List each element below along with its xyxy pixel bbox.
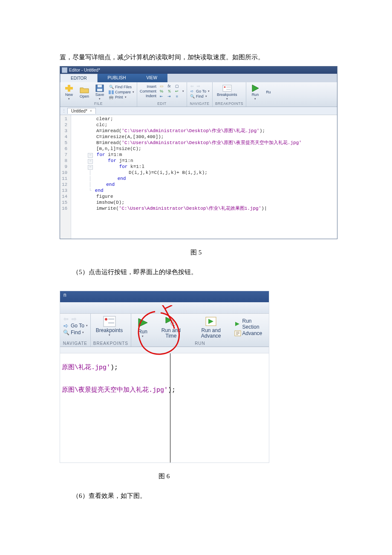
breakpoints-button[interactable]: Breakpoints ▾ [215,84,239,101]
svg-rect-5 [109,90,111,94]
line-gutter: 1 2 3 4 5 6 7 8 9 10 11 12 13 14 15 16 [60,115,71,239]
fig6-filebar [60,347,269,353]
svg-marker-14 [252,85,259,92]
svg-rect-13 [226,89,231,90]
magnifier-icon: 🔍 [190,94,195,99]
percent-icon[interactable]: % [159,89,164,94]
indent-row[interactable]: Indent [146,94,156,98]
fwd-icon: ⇨ [71,315,78,322]
goto-button[interactable]: ➪ Go To ▾ [190,89,210,94]
svg-rect-15 [104,316,115,327]
tab-publish[interactable]: PUBLISH [98,74,136,82]
matlab-editor-screenshot: Editor - Untitled* EDITOR PUBLISH VIEW N… [60,66,337,239]
play-icon [136,317,149,329]
find-files-button[interactable]: 🔍 Find Files [109,85,134,90]
chevron-down-icon: ▾ [254,97,256,101]
editor-title: Editor - Untitled* [69,68,100,72]
wrap-icon[interactable]: ↩ [174,89,179,94]
back-icon: ⇦ [190,84,195,89]
play-section-icon [234,321,241,327]
close-icon[interactable]: × [90,109,92,113]
nav-arrows[interactable]: ⇦ ⇨ [190,84,210,89]
run-button[interactable]: Run ▾ [249,84,262,101]
new-button[interactable]: New ▾ [63,84,75,101]
edit-icons-col2: fx ％ ⇥ [167,84,172,99]
text-cursor [170,353,170,462]
breakpoints-icon [222,84,232,92]
file-tab[interactable]: Untitled* × [67,108,96,114]
group-run: Run ▾ Ru [246,82,275,107]
section-icon[interactable]: ▭ [159,84,164,89]
edit-icons-col1: ▭ % ⇤ [159,84,164,99]
compare-button[interactable]: Compare ▾ [109,90,134,95]
editor-titlebar: Editor - Untitled* [60,66,337,74]
open-button[interactable]: Open [78,86,91,98]
svg-rect-10 [223,85,231,91]
dropdown-icon[interactable]: ⋮ [62,108,66,113]
svg-marker-26 [235,322,239,326]
chevron-down-icon[interactable]: ▾ [182,90,184,93]
run-button-cut[interactable]: Ru [264,90,273,94]
goto-icon: ➪ [190,89,195,94]
chevron-down-icon: ▾ [109,333,110,337]
page-icon[interactable]: ▢ [174,84,179,89]
run-and-time-button[interactable]: Run and Time [154,315,188,339]
tab-editor[interactable]: EDITOR [60,74,98,82]
fx-icon[interactable]: fx [167,84,172,89]
fig6-code-area[interactable]: 原图\礼花.jpg'); 原图\夜景提亮天空中加入礼花.jpg'); [60,353,269,462]
uncomment-icon[interactable]: ％ [167,89,172,94]
group-label-run: RUN [134,340,266,346]
find-button[interactable]: 🔍 Find ▾ [63,329,88,335]
chevron-down-icon: ▾ [205,95,207,98]
indent-left-icon[interactable]: ⇤ [159,94,164,99]
figure6-caption: 图 6 [60,472,268,480]
group-label-navigate: NAVIGATE [63,340,88,346]
code-area[interactable]: 1 2 3 4 5 6 7 8 9 10 11 12 13 14 15 16 c… [60,115,337,239]
fig6-group-navigate: ⇦ ⇨ ➪ Go To ▾ 🔍 Find ▾ [60,314,91,347]
magnifier-icon: 🔍 [63,329,69,335]
disk-icon [95,84,104,92]
fwd-icon: ⇨ [196,84,201,89]
chevron-down-icon: ▾ [142,335,144,338]
save-button[interactable]: Save ▾ [93,84,106,101]
goto-button[interactable]: ➪ Go To ▾ [63,322,88,329]
fold-icon[interactable]: − [88,153,93,158]
breakpoints-icon [103,315,116,327]
nav-arrows[interactable]: ⇦ ⇨ [63,315,88,322]
breakpoints-button[interactable]: Breakpoints ▾ [93,315,125,337]
comment-row[interactable]: Comment [140,89,156,93]
step5-text: （5）点击运行按钮，即界面上的绿色按钮。 [60,266,332,278]
advance-button[interactable]: Advance [234,330,266,337]
body-paragraph: 置，尽量写详细点，减少计算机的读取时间，加快读取速度。如图所示。 [60,51,332,64]
chevron-down-icon: ▾ [99,97,101,101]
smart-indent-icon[interactable]: ≡ [174,94,179,99]
svg-rect-3 [98,85,102,87]
find-button[interactable]: 🔍 Find ▾ [190,94,210,99]
play-clock-icon [164,315,177,327]
print-button[interactable]: Print ▾ [109,95,134,100]
indent-right-icon[interactable]: ⇥ [167,94,172,99]
svg-rect-12 [226,87,231,87]
group-label-breakpoints: BREAKPOINTS [215,101,243,106]
fold-icon[interactable]: − [88,159,93,164]
group-file: New ▾ Open Save ▾ [60,82,137,107]
fig6-toolstrip: ⇦ ⇨ ➪ Go To ▾ 🔍 Find ▾ [60,314,269,347]
fold-icon[interactable]: − [88,165,93,170]
file-tab-label: Untitled* [71,109,87,113]
chevron-down-icon: ▾ [125,95,127,99]
run-and-advance-button[interactable]: Run and Advance [190,315,232,339]
insert-row[interactable]: Insert [147,84,157,89]
code-body[interactable]: clear; clc; A=imread('C:\Users\Administr… [71,115,304,239]
fig6-header: n [60,291,269,302]
run-section-button[interactable]: Run Section [234,318,266,330]
tab-view[interactable]: VIEW [136,74,167,82]
run-button[interactable]: Run ▾ [134,317,152,338]
group-label-breakpoints: BREAKPOINTS [93,340,128,346]
svg-rect-9 [110,98,112,100]
figure5-caption: 图 5 [60,249,332,257]
advance-icon [234,330,241,337]
group-edit: Insert Comment Indent ▭ % ⇤ fx ％ ⇥ [137,82,187,107]
toolstrip: New ▾ Open Save ▾ [60,82,337,107]
chevron-down-icon: ▾ [86,324,88,327]
fig6-group-breakpoints: Breakpoints ▾ BREAKPOINTS [91,314,131,347]
